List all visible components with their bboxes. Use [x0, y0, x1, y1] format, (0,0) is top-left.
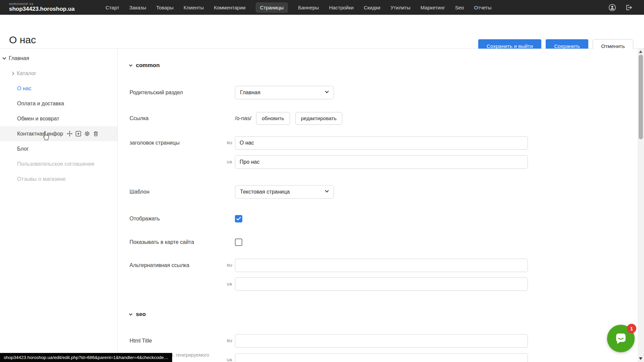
menu-item-discounts[interactable]: Скидки	[364, 5, 380, 10]
page-edit-form: common Родительский раздел Главная Ссылк…	[118, 49, 644, 362]
lang-badge-ua: UA	[224, 282, 232, 286]
lang-badge-ru: RU	[224, 339, 232, 343]
menu-item-comments[interactable]: Комментарии	[214, 5, 245, 10]
account-icon[interactable]	[608, 4, 616, 11]
field-label: Показывать в карте сайта	[130, 239, 235, 245]
page-title-ru-input[interactable]	[235, 136, 528, 150]
tree-item-actions	[67, 131, 99, 137]
scroll-up-arrow[interactable]	[639, 50, 642, 53]
lang-badge-ru: RU	[224, 141, 232, 145]
field-template: Шаблон Текстовая страница	[130, 185, 334, 199]
chevron-down-icon[interactable]	[2, 56, 6, 59]
page-title-ua-input[interactable]	[235, 155, 528, 169]
top-navigation-bar: HOROSHOP V4 shop34423.horoshop.ua Старт …	[0, 0, 644, 15]
menu-item-marketing[interactable]: Маркетинг	[420, 5, 445, 10]
field-alt-link-ua: UA	[130, 277, 528, 291]
menu-item-settings[interactable]: Настройки	[329, 5, 354, 10]
settings-gear-icon[interactable]	[84, 131, 90, 137]
scroll-down-arrow[interactable]	[639, 357, 642, 360]
menu-item-banners[interactable]: Баннеры	[298, 5, 319, 10]
page: HOROSHOP V4 shop34423.horoshop.ua Старт …	[0, 0, 644, 362]
field-parent-section: Родительский раздел Главная	[130, 86, 334, 99]
top-menu: Старт Заказы Товары Клиенты Комментарии …	[106, 2, 492, 13]
move-icon[interactable]	[67, 131, 72, 137]
tree-item-glavnaya[interactable]: Главная	[0, 51, 117, 66]
refresh-link-button[interactable]: обновить	[256, 112, 290, 125]
display-checkbox-checked[interactable]	[235, 215, 242, 222]
tree-item-blog[interactable]: Блог	[0, 141, 117, 156]
field-label: Ссылка	[130, 115, 235, 121]
field-display: Отображать	[130, 215, 242, 222]
tree-item-otzyvy[interactable]: Отзывы о магазине	[0, 171, 117, 187]
tree-item-katalog[interactable]: Каталог	[0, 66, 117, 81]
field-page-title-ru: заголовок страницы RU	[130, 136, 528, 150]
alt-link-ru-input[interactable]	[235, 259, 528, 272]
field-sitemap: Показывать в карте сайта	[130, 239, 242, 246]
page-title: О нас	[9, 34, 36, 46]
alt-link-ua-input[interactable]	[235, 277, 528, 291]
section-header-common[interactable]: common	[130, 62, 160, 69]
edit-link-button[interactable]: редактировать	[295, 112, 342, 125]
browser-status-bar: shop34423.horoshop.ua/edit/edit.php?id=6…	[0, 353, 172, 362]
section-header-seo[interactable]: seo	[130, 311, 146, 318]
tree-item-kontaktnaya[interactable]: Контактная инфор	[0, 126, 117, 141]
chevron-down-icon	[129, 63, 133, 66]
field-html-title-ua: UA	[130, 353, 528, 362]
menu-item-utilities[interactable]: Утилиты	[390, 5, 410, 10]
html-title-ua-input[interactable]	[235, 353, 528, 362]
topbar-icons	[608, 4, 632, 11]
field-alt-link-ru: Альтернативная ссылка RU	[130, 259, 528, 272]
field-link: Ссылка /o-nas/ обновить редактировать	[130, 112, 348, 125]
chat-bubble-icon	[613, 331, 628, 346]
logout-icon[interactable]	[625, 4, 632, 11]
scrollbar-thumb[interactable]	[639, 55, 643, 139]
menu-item-pages[interactable]: Страницы	[256, 2, 288, 13]
content-area: Главная Каталог О нас Оплата и доставка …	[0, 49, 644, 362]
page-header: О нас Сохранить и выйти Сохранить Отмени…	[0, 15, 644, 49]
brand-domain: shop34423.horoshop.ua	[9, 6, 75, 12]
chevron-down-icon	[325, 189, 329, 192]
tree-item-obmen[interactable]: Обмен и возврат	[0, 111, 117, 126]
field-label: Отображать	[130, 216, 235, 222]
lang-badge-ru: RU	[224, 263, 232, 267]
field-page-title-ua: UA	[130, 155, 528, 169]
menu-item-clients[interactable]: Клиенты	[184, 5, 204, 10]
tree-item-polzovatelskoe[interactable]: Пользовательское соглашение	[0, 156, 117, 171]
field-label: Альтернативная ссылка	[130, 262, 224, 268]
menu-item-seo[interactable]: Seo	[455, 5, 464, 10]
chat-unread-badge: 1	[627, 324, 636, 333]
lang-badge-ua: UA	[224, 358, 232, 362]
pages-tree-sidebar: Главная Каталог О нас Оплата и доставка …	[0, 49, 118, 362]
menu-item-start[interactable]: Старт	[106, 5, 119, 10]
parent-section-select[interactable]: Главная	[235, 86, 334, 99]
field-label: заголовок страницы	[130, 140, 224, 146]
field-label: Родительский раздел	[130, 90, 235, 96]
field-label: Шаблон	[130, 189, 235, 195]
add-icon[interactable]	[76, 131, 81, 137]
template-select[interactable]: Текстовая страница	[235, 185, 334, 199]
sitemap-checkbox-unchecked[interactable]	[235, 239, 242, 246]
chevron-right-icon[interactable]	[10, 71, 14, 75]
delete-trash-icon[interactable]	[93, 131, 99, 137]
field-html-title-ru: Html Title Полная замена title, генериру…	[130, 334, 528, 348]
vertical-scrollbar[interactable]	[638, 49, 644, 362]
lang-badge-ua: UA	[224, 160, 232, 164]
menu-item-orders[interactable]: Заказы	[129, 5, 146, 10]
chevron-down-icon	[129, 312, 133, 315]
brand-logo[interactable]: HOROSHOP V4 shop34423.horoshop.ua	[9, 3, 75, 12]
field-label: Html Title	[130, 338, 224, 344]
tree-item-oplata[interactable]: Оплата и доставка	[0, 96, 117, 111]
menu-item-products[interactable]: Товары	[156, 5, 174, 10]
html-title-ru-input[interactable]	[235, 334, 528, 348]
link-path-value: /o-nas/	[235, 115, 251, 121]
chevron-down-icon	[325, 89, 329, 93]
menu-item-reports[interactable]: Отчеты	[474, 5, 492, 10]
tree-item-o-nas[interactable]: О нас	[0, 81, 117, 96]
